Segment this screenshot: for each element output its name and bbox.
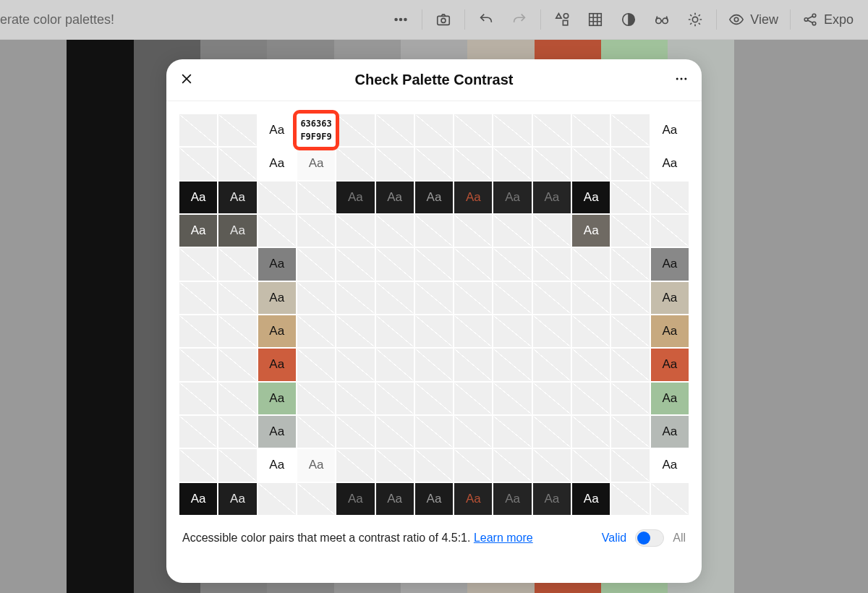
contrast-cell[interactable]: Aa: [651, 383, 689, 414]
contrast-cell: [297, 383, 335, 414]
contrast-grid: AaAaAaAaAaAaAaAaAaAaAaAaAaAaAaAaAaAaAaAa…: [179, 114, 689, 515]
contrast-cell[interactable]: Aa: [651, 282, 689, 314]
more-icon[interactable]: [384, 3, 417, 36]
camera-icon[interactable]: [427, 3, 460, 36]
contrast-cell[interactable]: Aa: [258, 282, 296, 314]
contrast-cell: [376, 416, 414, 448]
contrast-cell: [218, 148, 256, 179]
toolbar: enerate color palettes!: [0, 0, 868, 40]
contrast-cell[interactable]: Aa: [572, 215, 610, 247]
contrast-cell[interactable]: Aa: [297, 114, 335, 146]
contrast-cell[interactable]: Aa: [533, 483, 571, 515]
contrast-cell: [493, 383, 531, 414]
svg-point-0: [395, 19, 397, 21]
svg-rect-3: [438, 16, 450, 25]
view-button[interactable]: View: [721, 12, 786, 27]
contrast-cell: [533, 315, 571, 347]
contrast-cell: [415, 215, 453, 247]
modal-title: Check Palette Contrast: [166, 72, 702, 88]
contrast-icon[interactable]: [612, 3, 645, 36]
contrast-cell: [454, 248, 492, 280]
learn-more-link[interactable]: Learn more: [474, 532, 533, 544]
contrast-cell[interactable]: Aa: [258, 383, 296, 414]
contrast-cell: [611, 383, 649, 414]
contrast-cell: [533, 148, 571, 179]
contrast-cell[interactable]: Aa: [454, 182, 492, 213]
contrast-cell[interactable]: Aa: [218, 182, 256, 213]
contrast-cell[interactable]: Aa: [651, 248, 689, 280]
contrast-cell[interactable]: Aa: [258, 248, 296, 280]
contrast-cell[interactable]: Aa: [258, 416, 296, 448]
palette-stripe: [0, 40, 67, 593]
contrast-cell[interactable]: Aa: [651, 148, 689, 179]
contrast-cell: [376, 215, 414, 247]
grid-icon[interactable]: [579, 3, 612, 36]
contrast-cell[interactable]: Aa: [336, 182, 374, 213]
contrast-cell: [651, 182, 689, 213]
contrast-cell[interactable]: Aa: [258, 315, 296, 347]
contrast-cell: [611, 215, 649, 247]
contrast-cell: [454, 349, 492, 380]
toggle-switch[interactable]: [635, 529, 664, 547]
contrast-cell[interactable]: Aa: [493, 182, 531, 213]
aa-sample: Aa: [662, 291, 677, 305]
close-button[interactable]: [179, 72, 194, 89]
glasses-icon[interactable]: [645, 3, 678, 36]
contrast-cell[interactable]: Aa: [258, 114, 296, 146]
aa-sample: Aa: [545, 492, 560, 506]
contrast-cell[interactable]: Aa: [493, 483, 531, 515]
contrast-cell[interactable]: Aa: [179, 483, 217, 515]
contrast-cell[interactable]: Aa: [258, 349, 296, 380]
contrast-cell[interactable]: Aa: [572, 182, 610, 213]
contrast-cell[interactable]: Aa: [415, 182, 453, 213]
contrast-cell[interactable]: Aa: [651, 315, 689, 347]
aa-sample: Aa: [309, 123, 324, 137]
contrast-cell[interactable]: Aa: [179, 215, 217, 247]
contrast-cell: [533, 416, 571, 448]
aa-sample: Aa: [662, 425, 677, 439]
shapes-icon[interactable]: [545, 3, 579, 36]
contrast-cell[interactable]: Aa: [415, 483, 453, 515]
contrast-cell: [336, 215, 374, 247]
redo-icon[interactable]: [503, 3, 536, 36]
contrast-cell[interactable]: Aa: [179, 182, 217, 213]
contrast-cell[interactable]: Aa: [258, 148, 296, 179]
contrast-cell[interactable]: Aa: [533, 182, 571, 213]
contrast-cell: [611, 349, 649, 380]
contrast-cell[interactable]: Aa: [258, 449, 296, 481]
svg-point-18: [684, 77, 686, 80]
contrast-cell: [533, 215, 571, 247]
contrast-cell[interactable]: Aa: [376, 182, 414, 213]
contrast-cell[interactable]: Aa: [297, 148, 335, 179]
all-label: All: [673, 532, 686, 545]
contrast-cell[interactable]: Aa: [651, 449, 689, 481]
contrast-cell[interactable]: Aa: [651, 416, 689, 448]
contrast-cell[interactable]: Aa: [572, 483, 610, 515]
aa-sample: Aa: [269, 156, 284, 171]
undo-icon[interactable]: [469, 3, 503, 36]
contrast-cell: [297, 349, 335, 380]
contrast-cell[interactable]: Aa: [376, 483, 414, 515]
contrast-cell: [415, 315, 453, 347]
contrast-cell: [376, 349, 414, 380]
modal-more-button[interactable]: [674, 72, 689, 89]
contrast-cell: [611, 315, 649, 347]
aa-sample: Aa: [191, 223, 206, 238]
contrast-cell: [493, 416, 531, 448]
validity-toggle[interactable]: Valid All: [602, 529, 686, 547]
brightness-icon[interactable]: [678, 3, 712, 36]
contrast-cell: [611, 282, 649, 314]
contrast-cell[interactable]: Aa: [336, 483, 374, 515]
contrast-cell: [297, 483, 335, 515]
contrast-cell: [415, 449, 453, 481]
contrast-cell: [336, 282, 374, 314]
contrast-cell[interactable]: Aa: [297, 449, 335, 481]
contrast-cell[interactable]: Aa: [218, 215, 256, 247]
contrast-cell: [415, 282, 453, 314]
contrast-cell[interactable]: Aa: [454, 483, 492, 515]
contrast-cell[interactable]: Aa: [218, 483, 256, 515]
contrast-cell[interactable]: Aa: [651, 114, 689, 146]
export-button[interactable]: Expo: [795, 12, 861, 27]
svg-point-11: [693, 17, 698, 22]
contrast-cell[interactable]: Aa: [651, 349, 689, 380]
